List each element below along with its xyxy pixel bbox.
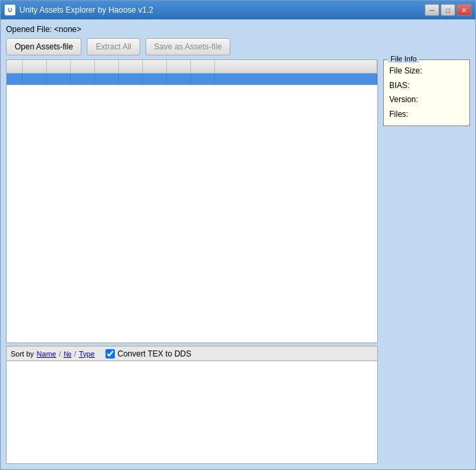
col-header-4[interactable] [95,60,119,73]
file-size-row: File Size: [389,64,464,79]
main-content: Opened File: <none> Open Assets-file Ext… [1,19,475,469]
col-header-8[interactable] [191,60,215,73]
maximize-button[interactable]: □ [441,4,455,16]
file-info-box: File Info File Size: BIAS: Version: [383,59,470,126]
buttons-row: Open Assets-file Extract All Save as Ass… [6,38,470,55]
file-info-legend: File Info [388,55,419,63]
right-panel: File Info File Size: BIAS: Version: [383,59,470,464]
sort-type-link[interactable]: Type [79,350,95,358]
col-header-9[interactable] [215,60,377,73]
title-bar: U Unity Assets Explorer by Haoose v1.2 ─… [1,1,475,19]
files-row: Files: [389,107,464,122]
opened-file-label: Opened File: <none> [6,25,81,34]
bottom-section: Sort by Name / № / Type Convert TEX to D… [6,346,378,464]
log-textarea[interactable] [6,361,378,464]
col-header-1[interactable] [23,60,47,73]
minimize-button[interactable]: ─ [425,4,439,16]
bias-row: BIAS: [389,79,464,93]
window-title: Unity Assets Explorer by Haoose v1.2 [19,5,421,15]
convert-label: Convert TEX to DDS [117,349,191,359]
sort-num-link[interactable]: № [63,350,71,358]
convert-checkbox[interactable] [105,349,115,359]
close-button[interactable]: ✕ [457,4,471,16]
sort-sep2: / [74,350,76,358]
sort-name-link[interactable]: Name [37,350,56,358]
list-header [7,60,377,73]
file-size-label: File Size: [389,66,422,75]
sort-convert-area: Sort by Name / № / Type Convert TEX to D… [6,346,378,464]
save-assets-button[interactable]: Save as Assets-file [146,38,230,55]
files-label: Files: [389,109,409,119]
col-header-5[interactable] [119,60,143,73]
opened-file-row: Opened File: <none> [6,25,470,34]
convert-row: Convert TEX to DDS [105,349,191,359]
file-list-container [6,59,378,343]
selected-list-row[interactable] [7,73,377,85]
window-controls: ─ □ ✕ [425,4,471,16]
col-header-3[interactable] [71,60,95,73]
col-header-6[interactable] [143,60,167,73]
sort-links: Sort by Name / № / Type [11,350,95,358]
extract-all-button[interactable]: Extract All [87,38,140,55]
left-panel: Sort by Name / № / Type Convert TEX to D… [6,59,378,464]
col-header-num[interactable] [7,60,23,73]
sort-sep1: / [59,350,61,358]
col-header-7[interactable] [167,60,191,73]
panels-row: Sort by Name / № / Type Convert TEX to D… [6,59,470,464]
sort-label: Sort by [11,350,34,358]
col-header-2[interactable] [47,60,71,73]
version-label: Version: [389,95,418,104]
main-window: U Unity Assets Explorer by Haoose v1.2 ─… [0,0,476,470]
version-row: Version: [389,93,464,107]
bias-label: BIAS: [389,81,410,90]
sort-bar: Sort by Name / № / Type Convert TEX to D… [6,346,378,361]
app-icon: U [5,5,15,15]
open-assets-button[interactable]: Open Assets-file [6,38,81,55]
